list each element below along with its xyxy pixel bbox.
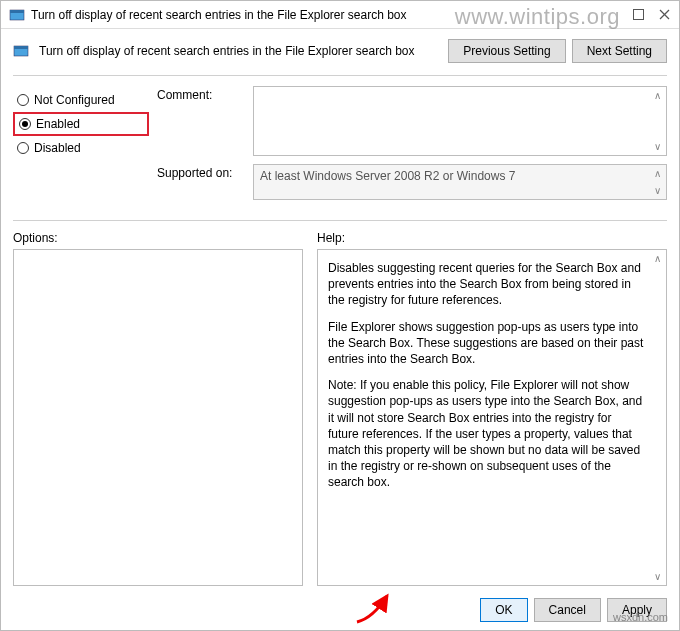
window-controls <box>631 8 671 22</box>
radio-icon-selected <box>19 118 31 130</box>
settings-row: Not Configured Enabled Disabled Comment: <box>13 86 667 208</box>
radio-enabled[interactable]: Enabled <box>13 112 149 136</box>
separator <box>13 220 667 221</box>
radio-not-configured[interactable]: Not Configured <box>13 90 149 110</box>
comment-field-wrap: ∧ ∨ <box>253 86 667 156</box>
scroll-up-icon: ∧ <box>649 165 666 182</box>
ok-button[interactable]: OK <box>480 598 527 622</box>
dialog-content: Turn off display of recent search entrie… <box>1 29 679 630</box>
supported-row: Supported on: At least Windows Server 20… <box>157 164 667 200</box>
comment-label: Comment: <box>157 86 245 102</box>
help-paragraph: File Explorer shows suggestion pop-ups a… <box>328 319 644 368</box>
comment-input[interactable]: ∧ ∨ <box>253 86 667 156</box>
supported-field-wrap: At least Windows Server 2008 R2 or Windo… <box>253 164 667 200</box>
dialog-footer: OK Cancel Apply <box>13 592 667 622</box>
app-icon <box>9 7 25 23</box>
scrollbar[interactable]: ∧ ∨ <box>649 87 666 155</box>
svg-rect-2 <box>633 10 643 20</box>
policy-icon <box>13 43 29 59</box>
close-icon[interactable] <box>657 8 671 22</box>
scroll-down-icon[interactable]: ∨ <box>649 138 666 155</box>
comment-row: Comment: ∧ ∨ <box>157 86 667 156</box>
cancel-button[interactable]: Cancel <box>534 598 601 622</box>
options-column: Options: <box>13 231 303 586</box>
supported-value: At least Windows Server 2008 R2 or Windo… <box>254 165 666 199</box>
apply-button[interactable]: Apply <box>607 598 667 622</box>
title-bar: Turn off display of recent search entrie… <box>1 1 679 29</box>
radio-icon <box>17 142 29 154</box>
radio-disabled[interactable]: Disabled <box>13 138 149 158</box>
separator <box>13 75 667 76</box>
radio-label: Not Configured <box>34 93 115 107</box>
radio-label: Disabled <box>34 141 81 155</box>
supported-input: At least Windows Server 2008 R2 or Windo… <box>253 164 667 200</box>
state-radios: Not Configured Enabled Disabled <box>13 86 149 208</box>
header-row: Turn off display of recent search entrie… <box>13 39 667 63</box>
options-content <box>14 250 302 585</box>
options-panel[interactable] <box>13 249 303 586</box>
scrollbar: ∧ ∨ <box>649 165 666 199</box>
panels-row: Options: Help: Disables suggesting recen… <box>13 231 667 586</box>
previous-setting-button[interactable]: Previous Setting <box>448 39 565 63</box>
scroll-down-icon[interactable]: ∨ <box>649 568 666 585</box>
scroll-up-icon[interactable]: ∧ <box>649 87 666 104</box>
scroll-up-icon[interactable]: ∧ <box>649 250 666 267</box>
annotation-arrow-icon <box>353 588 393 624</box>
options-label: Options: <box>13 231 303 245</box>
svg-rect-6 <box>14 46 28 49</box>
help-label: Help: <box>317 231 667 245</box>
help-paragraph: Disables suggesting recent queries for t… <box>328 260 644 309</box>
fields-column: Comment: ∧ ∨ Supported on: <box>157 86 667 208</box>
svg-rect-1 <box>10 10 24 13</box>
policy-title: Turn off display of recent search entrie… <box>39 44 438 58</box>
window-title: Turn off display of recent search entrie… <box>31 8 631 22</box>
comment-value <box>254 87 666 155</box>
radio-icon <box>17 94 29 106</box>
help-panel: Disables suggesting recent queries for t… <box>317 249 667 586</box>
maximize-icon[interactable] <box>631 8 645 22</box>
next-setting-button[interactable]: Next Setting <box>572 39 667 63</box>
nav-buttons: Previous Setting Next Setting <box>448 39 667 63</box>
help-content: Disables suggesting recent queries for t… <box>318 250 666 585</box>
scrollbar[interactable]: ∧ ∨ <box>649 250 666 585</box>
supported-label: Supported on: <box>157 164 245 180</box>
help-paragraph: Note: If you enable this policy, File Ex… <box>328 377 644 490</box>
dialog-window: Turn off display of recent search entrie… <box>0 0 680 631</box>
help-column: Help: Disables suggesting recent queries… <box>317 231 667 586</box>
radio-label: Enabled <box>36 117 80 131</box>
scroll-down-icon: ∨ <box>649 182 666 199</box>
